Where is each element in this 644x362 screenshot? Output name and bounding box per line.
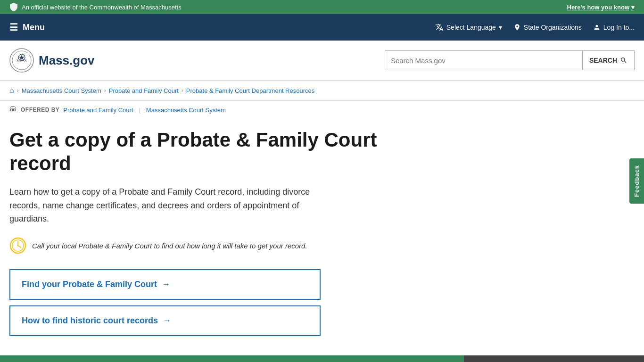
- offered-by-label: OFFERED BY: [21, 107, 59, 113]
- find-court-label: Find your Probate & Family Court: [22, 280, 157, 289]
- svg-point-8: [17, 245, 19, 247]
- time-note: Call your local Probate & Family Court t…: [9, 237, 415, 254]
- offered-by-link-0[interactable]: Probate and Family Court: [63, 107, 133, 114]
- site-header: MASS Mass.gov SEARCH: [0, 41, 644, 81]
- arrow-right-icon: →: [162, 280, 170, 289]
- logo-text: Mass.gov: [39, 53, 95, 68]
- arrow-right-icon: →: [163, 316, 171, 326]
- breadcrumb-item-2[interactable]: Probate & Family Court Department Resour…: [186, 87, 314, 94]
- nav-right-controls: Select Language ▾ State Organizations Lo…: [435, 23, 635, 32]
- time-note-text: Call your local Probate & Family Court t…: [32, 242, 307, 250]
- home-icon: ⌂: [9, 86, 14, 94]
- top-banner: An official website of the Commonwealth …: [0, 0, 644, 14]
- hamburger-icon: ☰: [9, 22, 18, 33]
- chevron-down-icon: ▾: [499, 24, 502, 31]
- shield-icon: [9, 3, 18, 11]
- language-label: Select Language: [446, 24, 496, 31]
- login-label: Log In to...: [603, 24, 635, 31]
- historic-records-link[interactable]: How to find historic court records →: [9, 305, 321, 336]
- heres-how-button[interactable]: Here's how you know ▾: [567, 4, 635, 11]
- massgov-seal: MASS: [9, 48, 34, 73]
- breadcrumb-separator: ›: [17, 87, 19, 94]
- breadcrumb: ⌂ › Massachusetts Court System › Probate…: [0, 81, 644, 101]
- clock-icon: [9, 237, 26, 254]
- state-organizations-button[interactable]: State Organizations: [513, 24, 582, 31]
- state-organizations-label: State Organizations: [524, 24, 582, 31]
- main-content: Get a copy of a Probate & Family Court r…: [0, 119, 424, 350]
- find-court-link[interactable]: Find your Probate & Family Court →: [9, 269, 321, 300]
- page-title: Get a copy of a Probate & Family Court r…: [9, 128, 415, 176]
- menu-button[interactable]: ☰ Menu: [9, 22, 45, 33]
- historic-records-label: How to find historic court records: [22, 316, 158, 326]
- bottom-bar-teal: [0, 355, 464, 362]
- breadcrumb-separator: ›: [182, 87, 183, 94]
- action-links: Find your Probate & Family Court → How t…: [9, 269, 321, 336]
- google-translate-button[interactable]: Select Language ▾: [435, 23, 502, 32]
- search-input[interactable]: [385, 50, 583, 70]
- offered-by-link-1[interactable]: Massachusetts Court System: [146, 107, 226, 114]
- home-breadcrumb[interactable]: ⌂: [9, 86, 14, 95]
- official-text: An official website of the Commonwealth …: [22, 4, 563, 11]
- building-icon: 🏛: [9, 106, 17, 114]
- breadcrumb-item-0[interactable]: Massachusetts Court System: [22, 87, 101, 94]
- breadcrumb-item-1[interactable]: Probate and Family Court: [109, 87, 179, 94]
- page-description: Learn how to get a copy of a Probate and…: [9, 185, 339, 226]
- breadcrumb-separator: ›: [104, 87, 106, 94]
- bottom-bar-dark: [464, 355, 644, 362]
- bottom-bar: [0, 355, 644, 362]
- search-button[interactable]: SEARCH: [583, 50, 635, 70]
- logo-area[interactable]: MASS Mass.gov: [9, 48, 95, 73]
- feedback-tab[interactable]: Feedback: [629, 158, 644, 204]
- pipe-divider: |: [139, 107, 140, 114]
- nav-bar: ☰ Menu Select Language ▾ State Organizat…: [0, 14, 644, 41]
- search-area: SEARCH: [385, 50, 635, 70]
- login-button[interactable]: Log In to...: [593, 24, 635, 31]
- chevron-down-icon: ▾: [631, 4, 635, 11]
- offered-by-bar: 🏛 OFFERED BY Probate and Family Court | …: [0, 101, 644, 119]
